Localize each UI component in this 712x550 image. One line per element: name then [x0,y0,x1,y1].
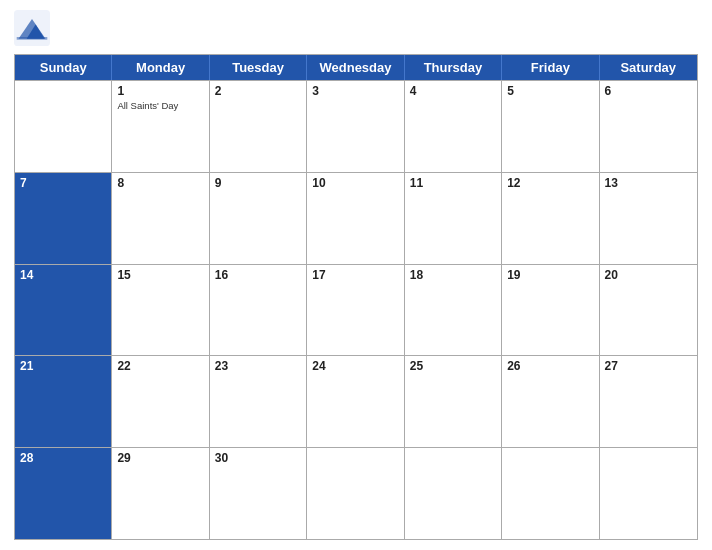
day-number: 22 [117,359,203,373]
day-number: 20 [605,268,692,282]
day-number: 13 [605,176,692,190]
day-number: 1 [117,84,203,98]
day-number: 7 [20,176,106,190]
day-header-thursday: Thursday [405,55,502,80]
day-number: 11 [410,176,496,190]
day-number: 12 [507,176,593,190]
day-number: 14 [20,268,106,282]
day-header-tuesday: Tuesday [210,55,307,80]
day-number: 4 [410,84,496,98]
week-row-1: 78910111213 [15,172,697,264]
week-row-2: 14151617181920 [15,264,697,356]
week-row-4: 282930 [15,447,697,539]
day-cell: 13 [600,173,697,264]
day-cell: 20 [600,265,697,356]
week-row-0: 1All Saints' Day23456 [15,80,697,172]
day-cell: 8 [112,173,209,264]
calendar-grid: SundayMondayTuesdayWednesdayThursdayFrid… [14,54,698,540]
day-cell [502,448,599,539]
logo [14,10,55,46]
day-cell: 17 [307,265,404,356]
day-number: 5 [507,84,593,98]
day-number: 26 [507,359,593,373]
day-cell: 6 [600,81,697,172]
day-cell: 19 [502,265,599,356]
day-cell: 18 [405,265,502,356]
day-header-friday: Friday [502,55,599,80]
day-cell: 3 [307,81,404,172]
day-header-wednesday: Wednesday [307,55,404,80]
day-number: 21 [20,359,106,373]
day-cell: 1All Saints' Day [112,81,209,172]
day-number: 29 [117,451,203,465]
day-cell: 28 [15,448,112,539]
day-number: 8 [117,176,203,190]
day-cell: 24 [307,356,404,447]
svg-rect-3 [17,37,48,40]
week-row-3: 21222324252627 [15,355,697,447]
day-cell: 16 [210,265,307,356]
day-cell [600,448,697,539]
calendar-page: SundayMondayTuesdayWednesdayThursdayFrid… [0,0,712,550]
day-number: 30 [215,451,301,465]
day-cell: 27 [600,356,697,447]
day-cell: 29 [112,448,209,539]
day-cell [15,81,112,172]
holiday-label: All Saints' Day [117,100,203,111]
day-cell: 9 [210,173,307,264]
day-number: 19 [507,268,593,282]
day-number: 16 [215,268,301,282]
day-number: 6 [605,84,692,98]
day-cell: 22 [112,356,209,447]
day-cell: 21 [15,356,112,447]
day-cell: 7 [15,173,112,264]
day-number: 27 [605,359,692,373]
day-number: 18 [410,268,496,282]
day-number: 25 [410,359,496,373]
day-cell: 10 [307,173,404,264]
day-headers-row: SundayMondayTuesdayWednesdayThursdayFrid… [15,55,697,80]
day-number: 10 [312,176,398,190]
calendar-header [14,10,698,46]
day-cell: 15 [112,265,209,356]
day-cell [405,448,502,539]
day-header-saturday: Saturday [600,55,697,80]
day-header-monday: Monday [112,55,209,80]
day-cell: 30 [210,448,307,539]
day-number: 17 [312,268,398,282]
day-cell [307,448,404,539]
day-cell: 11 [405,173,502,264]
day-number: 24 [312,359,398,373]
day-cell: 14 [15,265,112,356]
day-cell: 26 [502,356,599,447]
day-number: 28 [20,451,106,465]
day-cell: 5 [502,81,599,172]
day-header-sunday: Sunday [15,55,112,80]
day-cell: 2 [210,81,307,172]
day-number: 23 [215,359,301,373]
day-cell: 25 [405,356,502,447]
day-cell: 4 [405,81,502,172]
day-cell: 23 [210,356,307,447]
day-number: 3 [312,84,398,98]
day-number: 15 [117,268,203,282]
day-number: 9 [215,176,301,190]
logo-icon [14,10,50,46]
day-number: 2 [215,84,301,98]
weeks-container: 1All Saints' Day234567891011121314151617… [15,80,697,539]
day-cell: 12 [502,173,599,264]
